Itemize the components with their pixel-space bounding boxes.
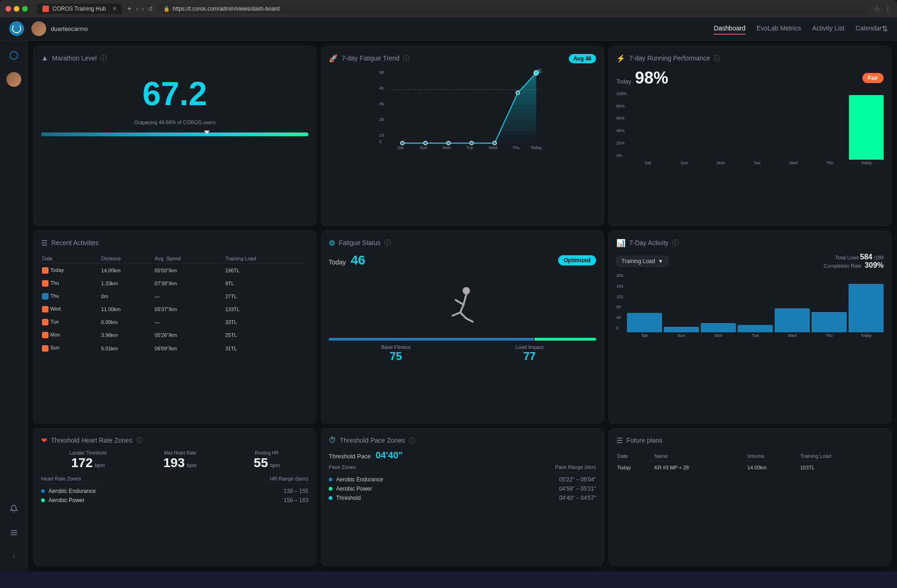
a7-y-120: 120: [616, 294, 623, 299]
svg-point-15: [447, 141, 451, 145]
new-tab-button[interactable]: +: [127, 5, 131, 13]
fatigue-status-info-icon[interactable]: i: [384, 240, 391, 246]
threshold-pace-header: ⏱ Threshold Pace Zones i: [329, 436, 596, 444]
a7-y-40: 40: [616, 315, 623, 320]
bar-label-wed: Wed: [789, 161, 798, 165]
activity-row-6[interactable]: Mon 3.96km 05'26"/km 25TL: [42, 329, 307, 341]
maximize-button[interactable]: [22, 6, 28, 12]
plans-icon: ☰: [616, 436, 623, 445]
y-label-0: 0%: [616, 153, 627, 158]
bookmark-icon[interactable]: ☆: [874, 5, 880, 13]
marathon-subtext: Outpacing 49.68% of COROS users: [41, 120, 308, 125]
svg-line-28: [464, 294, 466, 305]
browser-actions: ☆ ⋮: [874, 5, 891, 13]
zone2-range: 156 – 163: [284, 497, 308, 504]
svg-point-0: [10, 52, 18, 60]
threshold-hr-card: ❤ Threshold Heart Rate Zones i Lactate T…: [33, 428, 316, 566]
tab-calendar[interactable]: Calendar: [855, 23, 882, 35]
fatigue-info-icon[interactable]: i: [403, 55, 409, 61]
extensions-icon[interactable]: ⋮: [884, 5, 891, 13]
user-name: duarteocarmo: [51, 25, 88, 32]
svg-text:20: 20: [379, 117, 384, 122]
act6-speed: 05'26"/km: [155, 329, 224, 341]
resthr-label: Resting HR: [253, 450, 280, 456]
tab-dashboard[interactable]: Dashboard: [714, 23, 746, 35]
activity-row-4[interactable]: Wed 11.00km 05'37"/km 133TL: [42, 303, 307, 315]
total-stats: Total Load 584 /189 Completion Rate 309%: [824, 253, 884, 270]
a7-label-mon: Mon: [714, 333, 722, 338]
minimize-button[interactable]: [14, 6, 19, 12]
activity-row-1[interactable]: Today 14.00km 05'50"/km 196TL: [42, 264, 307, 276]
zone2-dot: [41, 498, 45, 502]
threshold-pace-value-row: Threshold Pace 04'40": [329, 450, 596, 461]
load-impact-label: Load Impact: [516, 344, 544, 350]
svg-line-31: [452, 312, 460, 316]
activity-row-2[interactable]: Thu 1.33km 07'38"/km 8TL: [42, 277, 307, 289]
close-button[interactable]: [6, 6, 11, 12]
svg-line-33: [466, 318, 473, 322]
sidebar-icon-home[interactable]: [6, 48, 21, 63]
activity7-header: 📊 7-Day Activity i: [616, 239, 884, 247]
resting-hr-metric: Resting HR 55 bpm: [253, 450, 280, 470]
threshold-pace-value: 04'40": [376, 450, 403, 460]
future-plans-header: ☰ Future plans: [616, 436, 884, 445]
activity7-title: 7-Day Activity: [629, 239, 668, 246]
nav-icons: ⇅: [882, 24, 888, 33]
running-card-title: 7-day Running Performance: [629, 54, 710, 62]
a7-bar-sat: Sat: [627, 273, 662, 338]
svg-line-29: [456, 300, 464, 305]
sidebar-avatar[interactable]: [6, 72, 21, 87]
marathon-info-icon[interactable]: i: [100, 55, 107, 61]
bar-label-sun: Sun: [680, 161, 688, 165]
browser-tab[interactable]: COROS Training Hub ✕: [37, 4, 122, 14]
act5-dist: 0.00km: [101, 316, 154, 328]
load-impact-value: 77: [516, 350, 544, 363]
a7-label-sat: Sat: [641, 333, 648, 338]
reload-button[interactable]: ↺: [148, 5, 153, 12]
a7-label-thu: Thu: [825, 333, 833, 338]
act3-load: 27TL: [225, 290, 307, 302]
act4-date: Wed: [50, 306, 60, 312]
plans-col-volume: Volume: [747, 451, 800, 461]
threshold-hr-info-icon[interactable]: i: [136, 437, 143, 444]
running-info-icon[interactable]: i: [714, 55, 720, 61]
plan-row-1[interactable]: Today KR #3 MP + 28 14.00km 153TL: [617, 462, 883, 473]
svg-point-17: [493, 141, 497, 145]
training-load-dropdown[interactable]: Training Load ▼: [616, 256, 668, 267]
marathon-card-header: ▲ Marathon Level i: [41, 54, 308, 62]
col-load: Training Load: [225, 254, 307, 264]
forward-button[interactable]: ›: [142, 5, 144, 12]
nav-tabs: Dashboard EvoLab Metrics Activity List C…: [714, 23, 882, 35]
hr-metrics-row: Lactate Threshold 172 bpm Max Heart Rate…: [41, 450, 308, 470]
total-load-label: Total Load: [835, 255, 859, 260]
a7-label-wed: Wed: [788, 333, 796, 338]
chevron-down-icon: ▼: [658, 258, 663, 264]
status-icon: ⚙: [329, 239, 335, 247]
svg-text:Wed: Wed: [488, 145, 497, 150]
a7-y-160: 160: [616, 284, 623, 288]
app-container: duarteocarmo Dashboard EvoLab Metrics Ac…: [0, 18, 897, 571]
address-bar[interactable]: 🔒 https://t.coros.com/admin/views/dash-b…: [158, 4, 869, 14]
activity-row-3[interactable]: Thu 0m — 27TL: [42, 290, 307, 302]
activity-row-5[interactable]: Tue 0.00km — 33TL: [42, 316, 307, 328]
act7-date: Sun: [50, 345, 60, 350]
sidebar-icon-menu[interactable]: [6, 525, 21, 540]
marathon-bar: [41, 132, 308, 136]
act3-speed: —: [155, 290, 224, 302]
trend-icon: 🚀: [329, 54, 338, 63]
threshold-pace-info-icon[interactable]: i: [409, 437, 415, 444]
activity7-info-icon[interactable]: i: [672, 240, 679, 246]
back-button[interactable]: ‹: [136, 5, 138, 12]
a7-y-200: 200: [616, 273, 623, 278]
bar-triangle-icon: [204, 131, 210, 134]
sort-icon[interactable]: ⇅: [882, 24, 888, 33]
user-avatar[interactable]: [31, 21, 46, 36]
sidebar-icon-bell[interactable]: [6, 501, 21, 516]
activity-row-7[interactable]: Sun 5.01km 06'09"/km 31TL: [42, 342, 307, 354]
tab-evolab[interactable]: EvoLab Metrics: [757, 23, 801, 35]
svg-text:0: 0: [379, 139, 382, 144]
act3-dist: 0m: [101, 290, 154, 302]
tab-activity-list[interactable]: Activity List: [812, 23, 844, 35]
tab-close-icon[interactable]: ✕: [112, 6, 117, 12]
sidebar-collapse-button[interactable]: [6, 549, 21, 564]
